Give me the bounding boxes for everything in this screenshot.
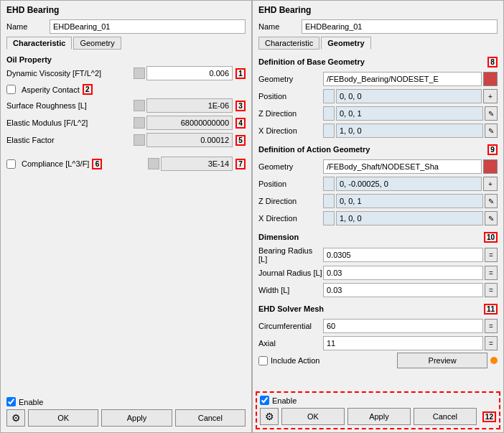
left-enable-checkbox[interactable] [6, 397, 16, 406]
right-name-row: Name [256, 19, 500, 34]
left-dv-input[interactable] [146, 66, 233, 80]
right-action-z-color [323, 194, 335, 208]
left-elastic-factor-row: Elastic Factor 5 [6, 132, 246, 148]
left-name-input[interactable] [50, 19, 246, 34]
right-base-geometry-row: Geometry [258, 71, 498, 87]
right-axial-input[interactable] [323, 336, 483, 350]
right-base-geo-section: Definition of Base Geometry 8 [258, 54, 498, 70]
right-panel-title: EHD Bearing [256, 4, 500, 17]
right-action-z-input[interactable] [336, 194, 483, 208]
right-action-x-row: X Direction ✎ [258, 210, 498, 226]
right-action-x-input[interactable] [336, 211, 483, 225]
right-dim-badge: 10 [484, 232, 498, 243]
right-base-color-btn[interactable] [483, 72, 498, 86]
right-action-badge: 9 [487, 144, 498, 155]
right-journal-radius-row: Journal Radius [L] = [258, 265, 498, 281]
right-br-eq[interactable]: = [485, 248, 498, 262]
right-action-geo-input[interactable] [323, 159, 482, 174]
right-name-label: Name [258, 22, 302, 31]
right-content: Definition of Base Geometry 8 Geometry P… [256, 52, 500, 390]
left-enable-row: Enable [6, 397, 246, 406]
right-action-pos-input[interactable] [336, 177, 482, 191]
left-ef-label: Elastic Factor [6, 136, 134, 144]
right-ehd-section: EHD Solver Mesh 11 [258, 301, 498, 317]
right-br-label: Bearing Radius [L] [258, 246, 323, 264]
right-base-position-row: Position + [258, 88, 498, 104]
right-settings-icon[interactable]: ⚙ [260, 408, 279, 425]
right-last-badge: 12 [482, 411, 496, 422]
right-cancel-button[interactable]: Cancel [414, 408, 477, 425]
left-name-row: Name [4, 19, 248, 34]
right-action-x-edit[interactable]: ✎ [485, 211, 498, 225]
right-br-input[interactable] [323, 248, 483, 262]
right-panel: EHD Bearing Name Characteristic Geometry… [252, 0, 504, 433]
left-cancel-button[interactable]: Cancel [175, 409, 246, 427]
left-panel: EHD Bearing Name Characteristic Geometry… [0, 0, 252, 433]
right-apply-button[interactable]: Apply [347, 408, 411, 425]
left-sr-badge: 3 [235, 101, 246, 111]
right-action-pos-color [323, 177, 335, 191]
left-cv-badge: 7 [235, 159, 246, 169]
right-action-position-row: Position + [258, 176, 498, 192]
left-ef-color-box [134, 134, 145, 146]
right-base-pos-color [323, 89, 335, 103]
left-compliance-label: Compliance [L^3/F] [22, 159, 89, 168]
left-apply-button[interactable]: Apply [101, 409, 172, 427]
left-tab-characteristic[interactable]: Characteristic [6, 37, 72, 50]
right-w-input[interactable] [323, 283, 483, 297]
right-width-row: Width [L] = [258, 282, 498, 298]
right-enable-checkbox[interactable] [260, 396, 269, 405]
right-w-label: Width [L] [258, 286, 323, 294]
right-include-action-label: Include Action [271, 356, 320, 365]
right-circ-eq[interactable]: = [485, 319, 498, 333]
right-enable-row: Enable [260, 396, 496, 405]
right-action-geo-label: Definition of Action Geometry [258, 145, 485, 154]
right-action-pos-plus[interactable]: + [483, 177, 498, 191]
left-compliance-checkbox[interactable] [6, 159, 16, 169]
left-ef-badge: 5 [235, 135, 246, 146]
left-sr-input[interactable] [146, 98, 233, 113]
left-ef-input[interactable] [146, 133, 233, 147]
right-w-eq[interactable]: = [485, 283, 498, 297]
right-bottom-dashed: Enable ⚙ OK Apply Cancel 12 [256, 391, 500, 429]
right-jr-eq[interactable]: = [485, 266, 498, 280]
left-em-input[interactable] [146, 116, 233, 130]
left-asperity-badge: 2 [83, 84, 93, 95]
right-action-z-edit[interactable]: ✎ [485, 194, 498, 208]
right-base-geo-input[interactable] [323, 72, 482, 86]
right-circ-input[interactable] [323, 319, 483, 333]
right-base-pos-plus[interactable]: + [483, 89, 498, 103]
left-asperity-label: Asperity Contact [22, 85, 80, 94]
left-compliance-input[interactable] [161, 157, 233, 171]
right-ok-button[interactable]: OK [281, 408, 345, 425]
left-name-label: Name [6, 22, 50, 31]
right-base-z-edit[interactable]: ✎ [485, 106, 498, 121]
right-axial-eq[interactable]: = [485, 336, 498, 350]
left-settings-icon[interactable]: ⚙ [6, 409, 25, 427]
right-include-action-checkbox[interactable] [258, 356, 268, 366]
left-tab-geometry[interactable]: Geometry [73, 37, 121, 50]
left-surface-roughness-row: Surface Roughness [L] 3 [6, 98, 246, 113]
right-tab-geometry[interactable]: Geometry [321, 37, 370, 50]
right-base-x-edit[interactable]: ✎ [485, 124, 498, 138]
left-compliance-row: Compliance [L^3/F] 6 7 [6, 157, 246, 171]
right-base-geo-label: Definition of Base Geometry [258, 57, 485, 66]
right-button-row: ⚙ OK Apply Cancel 12 [260, 408, 496, 425]
right-action-color-btn[interactable] [483, 159, 498, 174]
left-bottom-bar: Enable ⚙ OK Apply Cancel [4, 394, 248, 429]
right-base-x-input[interactable] [336, 124, 483, 138]
right-jr-input[interactable] [323, 266, 483, 280]
left-dv-badge: 1 [235, 68, 246, 79]
right-preview-button[interactable]: Preview [397, 353, 487, 368]
right-base-z-color [323, 106, 335, 121]
left-cv-color-box [148, 158, 159, 169]
right-action-z-row: Z Direction ✎ [258, 193, 498, 209]
left-asperity-checkbox[interactable] [6, 85, 16, 94]
right-tab-characteristic[interactable]: Characteristic [258, 37, 319, 50]
right-base-pos-input[interactable] [336, 89, 482, 103]
right-name-input[interactable] [302, 19, 498, 34]
left-sr-color-box [134, 100, 145, 111]
left-panel-title: EHD Bearing [4, 4, 248, 17]
left-ok-button[interactable]: OK [28, 409, 98, 427]
right-base-z-input[interactable] [336, 106, 483, 121]
